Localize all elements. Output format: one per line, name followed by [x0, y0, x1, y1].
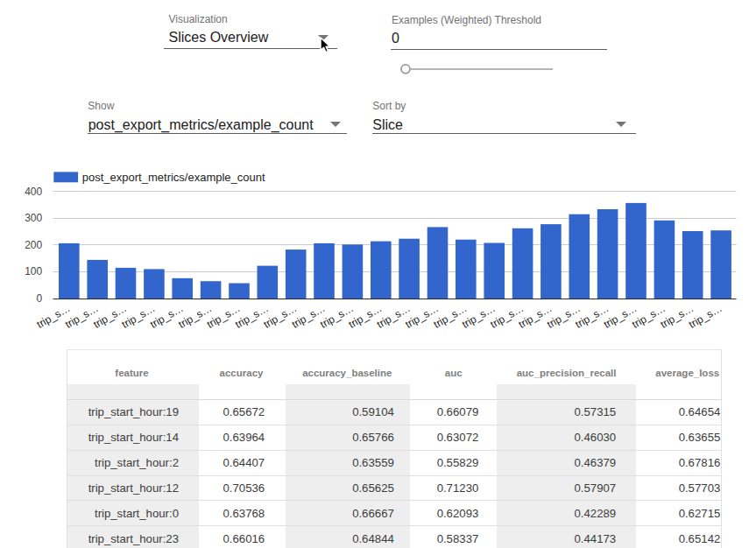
- svg-text:400: 400: [25, 186, 42, 198]
- svg-text:100: 100: [25, 265, 42, 278]
- svg-text:0: 0: [37, 292, 43, 305]
- svg-text:post_export_metrics/example_co: post_export_metrics/example_count: [82, 171, 265, 184]
- svg-text:200: 200: [25, 239, 42, 251]
- svg-text:trip_s…: trip_s…: [687, 302, 724, 331]
- svg-text:300: 300: [25, 212, 42, 224]
